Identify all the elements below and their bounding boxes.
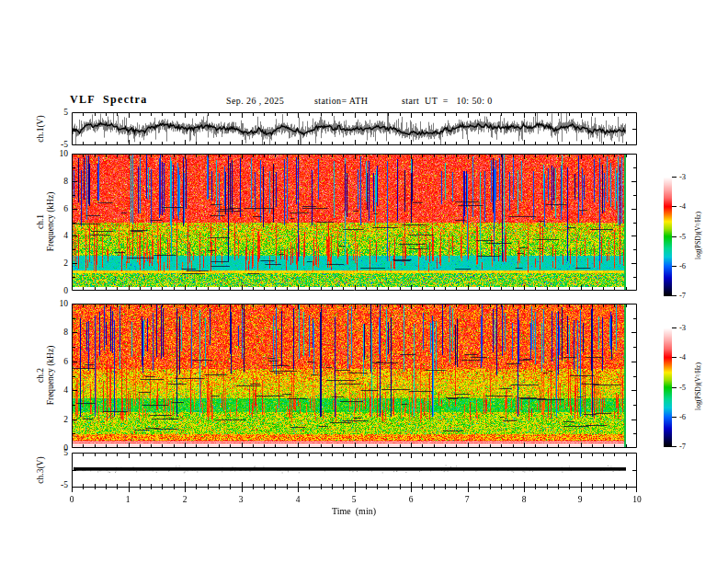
spec2-ylabel-line1: ch.2	[36, 346, 46, 406]
colorbar-1	[664, 177, 678, 296]
ch3-ylabel: ch.3(V)	[36, 456, 46, 483]
spec1-ylabel-line2: Frequency (kHz)	[46, 192, 56, 252]
xtick: 8	[509, 495, 539, 504]
spec1-ytick: 10	[44, 149, 68, 158]
spec1-ylabel-line1: ch.1	[36, 192, 46, 252]
xtick: 0	[57, 495, 86, 504]
ch1-spectrogram	[72, 154, 637, 291]
cb1-label: log(PSD)(V²/Hz)	[693, 212, 703, 259]
cb1-tick: -6	[679, 261, 700, 270]
cb2-tick: -7	[679, 442, 700, 451]
ch3-ytick-bottom: -5	[44, 480, 68, 489]
cb1-tick: -3	[679, 172, 700, 181]
spec1-ylabel: ch.1 Frequency (kHz)	[36, 192, 56, 252]
station-label: station= ATH	[314, 97, 369, 106]
xtick: 2	[170, 495, 199, 504]
date-label: Sep. 26 , 2025	[226, 97, 284, 106]
xtick: 9	[565, 495, 595, 504]
xtick: 1	[113, 495, 142, 504]
spec2-ylabel: ch.2 Frequency (kHz)	[36, 346, 56, 406]
xtick: 7	[452, 495, 482, 504]
vlf-spectra-figure: VLF Spectra Sep. 26 , 2025 station= ATH …	[0, 0, 728, 563]
xtick: 10	[622, 495, 652, 504]
cb2-label: log(PSD)(V²/Hz)	[693, 362, 703, 410]
ch3-voltage-plot	[72, 453, 637, 496]
cb2-tick: -6	[679, 412, 700, 421]
xtick: 6	[396, 495, 426, 504]
xtick: 5	[339, 495, 369, 504]
spec2-ylabel-line2: Frequency (kHz)	[46, 346, 56, 406]
colorbar-2	[664, 327, 678, 447]
page-title: VLF Spectra	[70, 95, 147, 104]
cb1-tick: -7	[679, 291, 700, 300]
spec1-ytick: 2	[44, 259, 68, 268]
spec1-ytick: 0	[44, 286, 68, 295]
ch3-ytick-top: 5	[44, 448, 68, 457]
spec2-ytick: 10	[44, 299, 68, 308]
ch1-voltage-plot	[72, 112, 637, 145]
xaxis-label: Time (min)	[317, 507, 391, 516]
ch1-wave-ylabel: ch.1(V)	[36, 115, 46, 142]
spec2-ytick: 8	[44, 327, 68, 337]
cb2-tick: -4	[679, 352, 700, 362]
xtick: 4	[283, 495, 313, 504]
cb1-tick: -4	[679, 201, 700, 211]
start-ut-label: start UT = 10: 50: 0	[402, 97, 493, 106]
cb2-tick: -3	[679, 323, 700, 332]
ch2-spectrogram	[72, 304, 637, 448]
spec1-ytick: 8	[44, 177, 68, 186]
ch1-wave-ytick-bottom: -5	[44, 140, 68, 149]
xtick: 3	[226, 495, 256, 504]
spec2-ytick: 2	[44, 415, 68, 424]
ch1-wave-ytick-top: 5	[44, 108, 68, 117]
